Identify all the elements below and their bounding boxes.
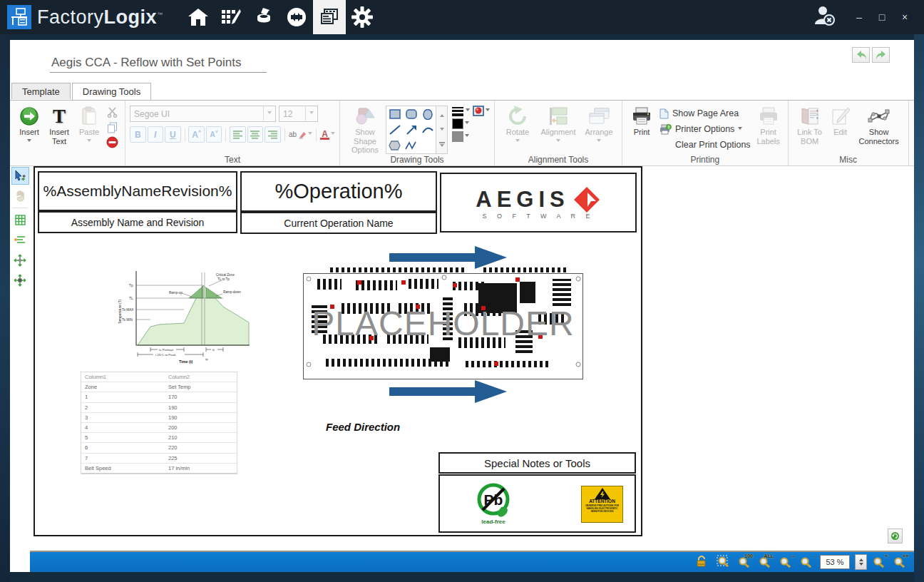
design-canvas[interactable]: %AssemblyNameRevision% Assembly Name and…	[30, 165, 914, 552]
notes-content-box[interactable]: Pb lead-free ATTENTION OBSERVE PRECAUTIO…	[438, 474, 636, 533]
zoom-selection-button[interactable]	[717, 555, 732, 569]
aegis-logo-mark	[573, 185, 601, 214]
gallery-more-button[interactable]	[436, 138, 447, 153]
remove-button[interactable]	[106, 136, 119, 149]
data-import-icon[interactable]	[247, 0, 280, 34]
insert-text-button[interactable]: T InsertText	[44, 103, 74, 155]
canvas-toolbar	[10, 165, 30, 552]
template-page[interactable]: %AssemblyNameRevision% Assembly Name and…	[34, 166, 642, 536]
tab-template[interactable]: Template	[11, 83, 71, 99]
logout-user-icon[interactable]	[813, 4, 837, 30]
show-connectors-button[interactable]: ShowConnectors	[854, 103, 904, 155]
settings-gear-icon[interactable]	[346, 0, 379, 34]
shape-hexagon[interactable]	[386, 138, 403, 153]
chevron-down-icon	[263, 106, 275, 121]
clear-print-options-button[interactable]: Clear Print Options	[659, 137, 751, 153]
picture-fill-button[interactable]	[473, 106, 490, 116]
set-points-table[interactable]: Column1Column2ZoneSet Temp11702190319042…	[81, 372, 237, 474]
gallery-scroll	[436, 106, 448, 154]
zoom-out-button[interactable]: -	[799, 555, 815, 569]
redo-button[interactable]	[872, 47, 890, 63]
paste-button: Paste	[74, 103, 104, 155]
statusbar: 100 ALL -- - + ++	[30, 551, 914, 572]
svg-text:Ts MIN: Ts MIN	[122, 318, 133, 322]
table-row: 7225	[81, 454, 237, 464]
insert-button[interactable]: Insert	[14, 103, 44, 155]
assembly-name-field[interactable]: %AssemblyNameRevision%	[38, 171, 237, 211]
zoom-all-button[interactable]: ALL	[758, 555, 774, 569]
assembly-caption[interactable]: Assembly Name and Revision	[38, 211, 237, 233]
shape-arc[interactable]	[419, 122, 436, 138]
canvas-refresh-button[interactable]	[888, 529, 903, 543]
ribbon-tabs: Template Drawing Tools	[11, 83, 153, 99]
sync-icon[interactable]	[280, 0, 313, 34]
zoom-100-button[interactable]: 100	[737, 555, 753, 569]
dropdown-caret	[556, 139, 560, 144]
print-button[interactable]: Print	[627, 103, 657, 155]
undo-button[interactable]	[852, 47, 870, 63]
fill-color-button[interactable]	[452, 118, 490, 129]
zoom-input[interactable]	[820, 555, 850, 569]
esd-warning-icon: ATTENTION OBSERVE PRECAUTIONS FOR HANDLI…	[581, 486, 623, 523]
pcb-image[interactable]: PLACEHOLDER	[302, 263, 585, 384]
shape-polyline[interactable]	[403, 138, 419, 153]
zoom-spinner[interactable]	[855, 554, 867, 570]
home-icon[interactable]	[182, 0, 215, 34]
show-page-area-button[interactable]: Show Page Area	[659, 106, 751, 121]
dropdown-caret	[87, 139, 91, 144]
bom-book-icon	[799, 105, 821, 128]
move-anchor-tool-button[interactable]	[11, 271, 29, 289]
picture-icon	[473, 106, 484, 116]
ribbon-group-misc: Link ToBOM Edit ShowConnectors Misc	[789, 101, 909, 165]
svg-text:Time (t): Time (t)	[179, 359, 193, 364]
zoom-in-more-button[interactable]: ++	[893, 555, 908, 569]
svg-text:tp: tp	[205, 357, 208, 361]
operation-field[interactable]: %Operation%	[240, 171, 437, 212]
shape-rectangle[interactable]	[386, 106, 403, 122]
documents-icon[interactable]	[313, 0, 346, 34]
shape-arrow[interactable]	[403, 122, 419, 138]
line-style-button[interactable]	[452, 106, 470, 116]
svg-text:t 25°C to Peak: t 25°C to Peak	[155, 353, 176, 357]
undo-icon	[856, 50, 867, 60]
shape-line[interactable]	[386, 122, 403, 138]
document-title-input[interactable]	[50, 56, 267, 73]
printer-options-button[interactable]: Printer Options	[659, 121, 751, 137]
operation-caption[interactable]: Current Operation Name	[240, 212, 437, 234]
lock-zoom-button[interactable]	[696, 555, 712, 569]
printer-options-icon	[659, 124, 672, 135]
shape-rounded-rectangle[interactable]	[403, 106, 419, 122]
underline-button: U	[165, 126, 181, 143]
process-definitions-icon[interactable]	[215, 0, 247, 34]
shape-ellipse[interactable]	[419, 106, 436, 122]
titlebar: FactoryLogix™ – □ ×	[0, 0, 924, 34]
table-row: Column1Column2	[81, 372, 237, 382]
italic-button: I	[148, 126, 164, 143]
close-button[interactable]: ×	[898, 0, 911, 34]
zoom-in-button[interactable]: +	[872, 555, 888, 569]
select-tool-button[interactable]	[11, 167, 29, 185]
aegis-logo[interactable]: AEGIS S O F T W A R E	[440, 173, 637, 233]
align-tool-button[interactable]	[11, 231, 29, 249]
reflow-profile-chart[interactable]: Tp TL Ts MAX Ts MIN Ramp-up Critical Zon…	[116, 267, 253, 364]
maximize-button[interactable]: □	[876, 0, 888, 34]
table-row: 6220	[81, 443, 237, 453]
minimize-button[interactable]: –	[853, 0, 866, 34]
gallery-down-button[interactable]	[436, 122, 447, 138]
move-object-tool-button[interactable]	[11, 251, 29, 269]
feed-direction-label[interactable]: Feed Direction	[326, 421, 400, 433]
grid-tool-button[interactable]	[11, 211, 29, 229]
table-row: 5210	[81, 433, 237, 443]
zoom-out-more-button[interactable]: --	[779, 555, 794, 569]
printer-icon	[631, 105, 652, 128]
line-color-button[interactable]	[452, 131, 490, 142]
rotate-icon	[507, 105, 528, 128]
gallery-up-button[interactable]	[436, 106, 447, 122]
highlight-button: ab	[289, 131, 312, 139]
notes-title-box[interactable]: Special Notes or Tools	[438, 452, 636, 474]
arrange-icon	[587, 105, 610, 128]
tab-drawing-tools[interactable]: Drawing Tools	[72, 83, 151, 100]
main-content: Template Drawing Tools Insert T InsertTe…	[10, 40, 914, 572]
rotate-button: Rotate	[499, 103, 536, 155]
table-row: ZoneSet Temp	[81, 382, 237, 392]
